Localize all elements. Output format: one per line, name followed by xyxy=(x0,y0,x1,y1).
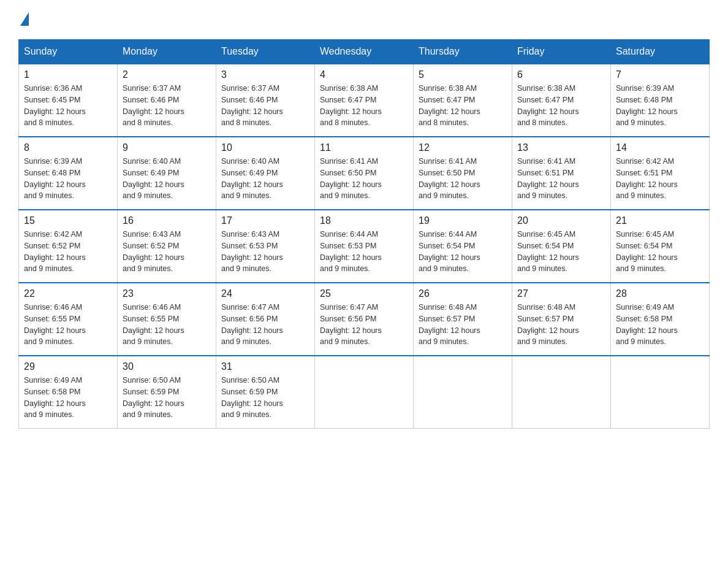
day-info: Sunrise: 6:37 AMSunset: 6:46 PMDaylight:… xyxy=(123,83,211,129)
calendar-cell: 31Sunrise: 6:50 AMSunset: 6:59 PMDayligh… xyxy=(216,356,315,429)
day-info: Sunrise: 6:44 AMSunset: 6:54 PMDaylight:… xyxy=(419,229,507,275)
day-number: 24 xyxy=(221,288,309,299)
day-number: 19 xyxy=(419,215,507,226)
day-info: Sunrise: 6:40 AMSunset: 6:49 PMDaylight:… xyxy=(221,156,309,202)
day-info: Sunrise: 6:44 AMSunset: 6:53 PMDaylight:… xyxy=(320,229,408,275)
day-info: Sunrise: 6:45 AMSunset: 6:54 PMDaylight:… xyxy=(616,229,704,275)
day-number: 25 xyxy=(320,288,408,299)
day-info: Sunrise: 6:46 AMSunset: 6:55 PMDaylight:… xyxy=(123,302,211,348)
weekday-header-sunday: Sunday xyxy=(19,40,118,64)
logo-triangle-icon xyxy=(20,12,29,26)
day-number: 21 xyxy=(616,215,704,226)
day-info: Sunrise: 6:49 AMSunset: 6:58 PMDaylight:… xyxy=(24,375,112,421)
weekday-header-friday: Friday xyxy=(512,40,611,64)
day-number: 9 xyxy=(123,142,211,153)
day-number: 3 xyxy=(221,69,309,80)
calendar-cell: 3Sunrise: 6:37 AMSunset: 6:46 PMDaylight… xyxy=(216,64,315,137)
weekday-header-thursday: Thursday xyxy=(414,40,512,64)
calendar-cell: 29Sunrise: 6:49 AMSunset: 6:58 PMDayligh… xyxy=(19,356,118,429)
calendar-cell: 4Sunrise: 6:38 AMSunset: 6:47 PMDaylight… xyxy=(315,64,414,137)
day-info: Sunrise: 6:47 AMSunset: 6:56 PMDaylight:… xyxy=(221,302,309,348)
day-info: Sunrise: 6:38 AMSunset: 6:47 PMDaylight:… xyxy=(320,83,408,129)
day-number: 7 xyxy=(616,69,704,80)
calendar-cell: 16Sunrise: 6:43 AMSunset: 6:52 PMDayligh… xyxy=(118,210,216,283)
calendar-cell: 8Sunrise: 6:39 AMSunset: 6:48 PMDaylight… xyxy=(19,137,118,210)
day-number: 8 xyxy=(24,142,112,153)
calendar-week-row: 29Sunrise: 6:49 AMSunset: 6:58 PMDayligh… xyxy=(19,356,710,429)
day-number: 2 xyxy=(123,69,211,80)
calendar-cell: 23Sunrise: 6:46 AMSunset: 6:55 PMDayligh… xyxy=(118,283,216,356)
logo xyxy=(18,12,29,27)
day-info: Sunrise: 6:43 AMSunset: 6:52 PMDaylight:… xyxy=(123,229,211,275)
day-number: 13 xyxy=(517,142,605,153)
calendar-week-row: 1Sunrise: 6:36 AMSunset: 6:45 PMDaylight… xyxy=(19,64,710,137)
calendar-cell: 14Sunrise: 6:42 AMSunset: 6:51 PMDayligh… xyxy=(611,137,710,210)
calendar-cell: 9Sunrise: 6:40 AMSunset: 6:49 PMDaylight… xyxy=(118,137,216,210)
day-number: 29 xyxy=(24,361,112,372)
day-number: 31 xyxy=(221,361,309,372)
calendar-cell: 20Sunrise: 6:45 AMSunset: 6:54 PMDayligh… xyxy=(512,210,611,283)
day-number: 6 xyxy=(517,69,605,80)
day-number: 15 xyxy=(24,215,112,226)
calendar-cell: 2Sunrise: 6:37 AMSunset: 6:46 PMDaylight… xyxy=(118,64,216,137)
day-info: Sunrise: 6:38 AMSunset: 6:47 PMDaylight:… xyxy=(517,83,605,129)
calendar-header: SundayMondayTuesdayWednesdayThursdayFrid… xyxy=(19,40,710,64)
calendar-cell: 13Sunrise: 6:41 AMSunset: 6:51 PMDayligh… xyxy=(512,137,611,210)
calendar-cell: 21Sunrise: 6:45 AMSunset: 6:54 PMDayligh… xyxy=(611,210,710,283)
calendar-cell: 11Sunrise: 6:41 AMSunset: 6:50 PMDayligh… xyxy=(315,137,414,210)
day-info: Sunrise: 6:39 AMSunset: 6:48 PMDaylight:… xyxy=(616,83,704,129)
day-info: Sunrise: 6:46 AMSunset: 6:55 PMDaylight:… xyxy=(24,302,112,348)
calendar-cell: 7Sunrise: 6:39 AMSunset: 6:48 PMDaylight… xyxy=(611,64,710,137)
calendar-cell: 19Sunrise: 6:44 AMSunset: 6:54 PMDayligh… xyxy=(414,210,512,283)
day-number: 4 xyxy=(320,69,408,80)
day-number: 12 xyxy=(419,142,507,153)
day-number: 28 xyxy=(616,288,704,299)
calendar-cell: 1Sunrise: 6:36 AMSunset: 6:45 PMDaylight… xyxy=(19,64,118,137)
calendar-cell: 15Sunrise: 6:42 AMSunset: 6:52 PMDayligh… xyxy=(19,210,118,283)
day-number: 27 xyxy=(517,288,605,299)
day-number: 23 xyxy=(123,288,211,299)
day-number: 16 xyxy=(123,215,211,226)
day-info: Sunrise: 6:47 AMSunset: 6:56 PMDaylight:… xyxy=(320,302,408,348)
day-number: 10 xyxy=(221,142,309,153)
day-number: 30 xyxy=(123,361,211,372)
calendar-cell xyxy=(414,356,512,429)
day-info: Sunrise: 6:40 AMSunset: 6:49 PMDaylight:… xyxy=(123,156,211,202)
weekday-header-row: SundayMondayTuesdayWednesdayThursdayFrid… xyxy=(19,40,710,64)
calendar-cell: 30Sunrise: 6:50 AMSunset: 6:59 PMDayligh… xyxy=(118,356,216,429)
day-info: Sunrise: 6:49 AMSunset: 6:58 PMDaylight:… xyxy=(616,302,704,348)
day-number: 1 xyxy=(24,69,112,80)
calendar-cell: 26Sunrise: 6:48 AMSunset: 6:57 PMDayligh… xyxy=(414,283,512,356)
calendar-cell: 27Sunrise: 6:48 AMSunset: 6:57 PMDayligh… xyxy=(512,283,611,356)
day-info: Sunrise: 6:42 AMSunset: 6:51 PMDaylight:… xyxy=(616,156,704,202)
calendar-week-row: 22Sunrise: 6:46 AMSunset: 6:55 PMDayligh… xyxy=(19,283,710,356)
day-number: 20 xyxy=(517,215,605,226)
day-info: Sunrise: 6:48 AMSunset: 6:57 PMDaylight:… xyxy=(517,302,605,348)
day-info: Sunrise: 6:36 AMSunset: 6:45 PMDaylight:… xyxy=(24,83,112,129)
day-info: Sunrise: 6:39 AMSunset: 6:48 PMDaylight:… xyxy=(24,156,112,202)
day-info: Sunrise: 6:41 AMSunset: 6:50 PMDaylight:… xyxy=(419,156,507,202)
calendar-week-row: 8Sunrise: 6:39 AMSunset: 6:48 PMDaylight… xyxy=(19,137,710,210)
day-info: Sunrise: 6:45 AMSunset: 6:54 PMDaylight:… xyxy=(517,229,605,275)
calendar-cell: 25Sunrise: 6:47 AMSunset: 6:56 PMDayligh… xyxy=(315,283,414,356)
day-number: 18 xyxy=(320,215,408,226)
day-number: 5 xyxy=(419,69,507,80)
day-info: Sunrise: 6:50 AMSunset: 6:59 PMDaylight:… xyxy=(221,375,309,421)
calendar-cell: 18Sunrise: 6:44 AMSunset: 6:53 PMDayligh… xyxy=(315,210,414,283)
day-info: Sunrise: 6:50 AMSunset: 6:59 PMDaylight:… xyxy=(123,375,211,421)
weekday-header-tuesday: Tuesday xyxy=(216,40,315,64)
weekday-header-wednesday: Wednesday xyxy=(315,40,414,64)
day-number: 11 xyxy=(320,142,408,153)
day-info: Sunrise: 6:42 AMSunset: 6:52 PMDaylight:… xyxy=(24,229,112,275)
day-number: 14 xyxy=(616,142,704,153)
page-header xyxy=(18,12,710,27)
calendar-cell xyxy=(611,356,710,429)
calendar-cell: 22Sunrise: 6:46 AMSunset: 6:55 PMDayligh… xyxy=(19,283,118,356)
calendar-table: SundayMondayTuesdayWednesdayThursdayFrid… xyxy=(18,39,710,429)
day-number: 17 xyxy=(221,215,309,226)
weekday-header-saturday: Saturday xyxy=(611,40,710,64)
calendar-cell: 6Sunrise: 6:38 AMSunset: 6:47 PMDaylight… xyxy=(512,64,611,137)
day-info: Sunrise: 6:37 AMSunset: 6:46 PMDaylight:… xyxy=(221,83,309,129)
calendar-cell xyxy=(512,356,611,429)
day-info: Sunrise: 6:43 AMSunset: 6:53 PMDaylight:… xyxy=(221,229,309,275)
